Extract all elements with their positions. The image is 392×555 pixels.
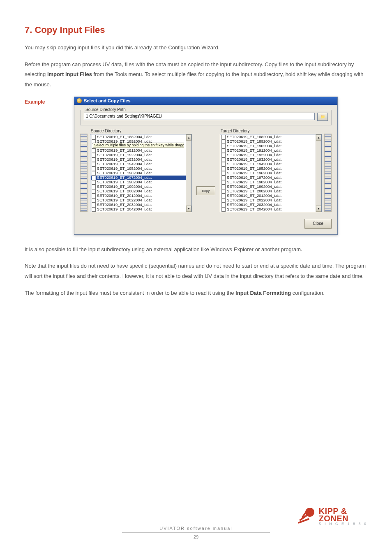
- file-icon: [92, 162, 96, 166]
- file-icon: [92, 180, 96, 185]
- list-item[interactable]: SET020619_ET_2052004_i.dat: [221, 212, 321, 212]
- list-item[interactable]: SET020619_ET_1942004_i.dat: [221, 162, 321, 166]
- list-item[interactable]: SET020619_ET_2042004_i.dat: [91, 207, 191, 212]
- scroll-down-icon[interactable]: ▼: [186, 206, 191, 212]
- footer-title: UVIATOR software manual: [159, 526, 233, 531]
- list-item[interactable]: SET020619_ET_1972004_i.dat: [91, 176, 191, 180]
- file-icon: [221, 166, 226, 171]
- file-name: SET020619_ET_2022004_i.dat: [227, 198, 281, 202]
- file-name: SET020619_ET_1922004_i.dat: [227, 153, 281, 157]
- source-scrollbar[interactable]: ▲ ▼: [186, 134, 191, 212]
- list-item[interactable]: SET020619_ET_1922004_i.dat: [91, 153, 191, 157]
- file-icon: [92, 153, 96, 157]
- file-icon: [92, 203, 96, 207]
- list-item[interactable]: SET020619_ET_2022004_i.dat: [91, 198, 191, 203]
- file-icon: [92, 207, 96, 212]
- body-paragraph-5: The formatting of the input files must b…: [25, 288, 367, 298]
- list-item[interactable]: SET020619_ET_1882004_i.dat: [221, 135, 321, 139]
- intro-paragraph-1: You may skip copying input files if you …: [25, 43, 367, 53]
- dialog-titlebar[interactable]: Select and Copy Files: [74, 97, 337, 105]
- list-item[interactable]: SET020619_ET_1892004_i.dat: [221, 139, 321, 144]
- file-icon: [92, 148, 96, 153]
- file-name: SET020619_ET_1882004_i.dat: [97, 135, 152, 139]
- list-item[interactable]: SET020619_ET_1932004_i.dat: [91, 157, 191, 162]
- file-icon: [221, 198, 226, 203]
- list-item[interactable]: SET020619_ET_1882004_i.dat: [91, 135, 191, 139]
- list-item[interactable]: SET020619_ET_1992004_i.dat: [91, 185, 191, 189]
- file-icon: [92, 189, 96, 194]
- list-item[interactable]: SET020619_ET_2032004_i.dat: [91, 203, 191, 207]
- scroll-up-icon[interactable]: ▲: [316, 134, 321, 141]
- file-name: SET020619_ET_1902004_i.dat: [227, 144, 281, 148]
- close-button[interactable]: Close: [304, 219, 332, 229]
- list-item[interactable]: SET020619_ET_2052004_i.dat: [91, 212, 191, 212]
- file-icon: [221, 203, 226, 207]
- list-item[interactable]: SET020619_ET_2042004_i.dat: [221, 207, 321, 212]
- example-label: Example: [25, 97, 74, 105]
- list-item[interactable]: SET020619_ET_1902004_i.dat: [221, 144, 321, 148]
- list-item[interactable]: SET020619_ET_1912004_i.dat: [91, 148, 191, 153]
- list-item[interactable]: SET020619_ET_2002004_i.dat: [91, 189, 191, 194]
- browse-button[interactable]: 📁: [317, 113, 328, 121]
- file-name: SET020619_ET_1932004_i.dat: [97, 157, 152, 162]
- file-name: SET020619_ET_1952004_i.dat: [227, 166, 281, 171]
- file-name: SET020619_ET_1912004_i.dat: [97, 148, 152, 153]
- file-name: SET020619_ET_1982004_i.dat: [227, 180, 281, 184]
- list-item[interactable]: SET020619_ET_2002004_i.dat: [221, 189, 321, 194]
- list-item[interactable]: SET020619_ET_2032004_i.dat: [221, 203, 321, 207]
- source-path-group: Source Directory Path 📁: [80, 110, 332, 125]
- list-item[interactable]: SET020619_ET_1982004_i.dat: [91, 180, 191, 185]
- list-item[interactable]: SET020619_ET_1952004_i.dat: [91, 166, 191, 171]
- list-item[interactable]: SET020619_ET_1972004_i.dat: [221, 176, 321, 180]
- file-icon: [92, 176, 96, 180]
- logo-mark-icon: [298, 508, 315, 525]
- file-icon: [92, 194, 96, 198]
- copy-button[interactable]: copy: [196, 186, 215, 195]
- target-scrollbar[interactable]: ▲ ▼: [316, 134, 321, 212]
- para5-pre: The formatting of the input files must b…: [25, 290, 235, 296]
- list-item[interactable]: SET020619_ET_1962004_i.dat: [221, 171, 321, 176]
- file-name: SET020619_ET_1962004_i.dat: [97, 171, 152, 175]
- list-item[interactable]: SET020619_ET_1962004_i.dat: [91, 171, 191, 176]
- file-name: SET020619_ET_1892004_i.dat: [227, 139, 281, 143]
- page-number: 29: [194, 534, 198, 539]
- file-name: SET020619_ET_2012004_i.dat: [227, 194, 281, 198]
- file-name: SET020619_ET_2002004_i.dat: [227, 189, 281, 193]
- file-name: SET020619_ET_1972004_i.dat: [227, 176, 281, 180]
- file-name: SET020619_ET_1992004_i.dat: [97, 185, 152, 189]
- scroll-down-icon[interactable]: ▼: [316, 206, 321, 212]
- source-listbox[interactable]: Select multiple files by holding the shi…: [90, 134, 192, 212]
- file-icon: [221, 144, 226, 148]
- brand-logo: KIPP & ZONEN S I N C E 1 8 3 0: [298, 507, 367, 525]
- source-path-input[interactable]: [84, 113, 315, 120]
- file-name: SET020619_ET_2022004_i.dat: [97, 198, 152, 202]
- right-ruler: [324, 134, 332, 212]
- list-item[interactable]: SET020619_ET_2012004_i.dat: [91, 194, 191, 198]
- file-name: SET020619_ET_1922004_i.dat: [97, 153, 152, 157]
- list-item[interactable]: SET020619_ET_2022004_i.dat: [221, 198, 321, 203]
- file-name: SET020619_ET_2042004_i.dat: [97, 207, 152, 211]
- list-item[interactable]: SET020619_ET_1982004_i.dat: [221, 180, 321, 185]
- scroll-up-icon[interactable]: ▲: [186, 134, 191, 141]
- file-name: SET020619_ET_1982004_i.dat: [97, 180, 152, 184]
- source-path-label: Source Directory Path: [84, 107, 127, 112]
- file-icon: [92, 157, 96, 162]
- body-paragraph-3: It is also possible to fill the input su…: [25, 245, 367, 255]
- list-item[interactable]: SET020619_ET_1992004_i.dat: [221, 185, 321, 189]
- file-name: SET020619_ET_1882004_i.dat: [227, 135, 281, 139]
- file-icon: [221, 207, 226, 212]
- target-listbox[interactable]: SET020619_ET_1882004_i.datSET020619_ET_1…: [220, 134, 322, 212]
- file-icon: [221, 139, 226, 144]
- file-name: SET020619_ET_1942004_i.dat: [227, 162, 281, 166]
- target-dir-label: Target Directory: [221, 129, 322, 133]
- file-icon: [221, 176, 226, 180]
- list-item[interactable]: SET020619_ET_1912004_i.dat: [221, 148, 321, 153]
- list-item[interactable]: SET020619_ET_1942004_i.dat: [91, 162, 191, 166]
- list-item[interactable]: SET020619_ET_2012004_i.dat: [221, 194, 321, 198]
- list-item[interactable]: SET020619_ET_1932004_i.dat: [221, 157, 321, 162]
- list-item[interactable]: SET020619_ET_1922004_i.dat: [221, 153, 321, 157]
- file-name: SET020619_ET_2052004_i.dat: [97, 212, 152, 212]
- list-item[interactable]: SET020619_ET_1952004_i.dat: [221, 166, 321, 171]
- body-paragraph-4: Note that the input files do not need to…: [25, 261, 367, 281]
- file-name: SET020619_ET_2032004_i.dat: [227, 203, 281, 207]
